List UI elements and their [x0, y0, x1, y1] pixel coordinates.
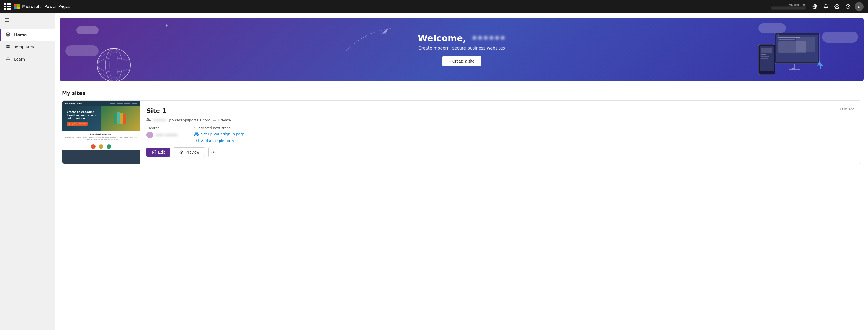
- paper-plane-trail: [341, 26, 397, 60]
- svg-point-3: [836, 6, 838, 7]
- notifications-btn[interactable]: [822, 2, 830, 11]
- thumb-footer-icons: [62, 143, 140, 151]
- thumb-icon-2: [99, 144, 103, 149]
- svg-rect-36: [761, 58, 768, 59]
- svg-marker-21: [380, 28, 389, 34]
- learn-icon: [5, 57, 11, 62]
- step-form[interactable]: Add a simple form: [194, 138, 245, 143]
- preview-label: Preview: [186, 150, 199, 154]
- svg-rect-11: [6, 47, 8, 48]
- tech-devices: [753, 28, 830, 81]
- site-url-domain: .powerappsportals.com: [168, 118, 210, 122]
- sparkle-3: ✦: [792, 66, 794, 70]
- site-info: 33 m ago Site 1 •••••• .powerappsportals…: [140, 101, 861, 164]
- thumb-nav-links: [110, 103, 137, 104]
- environment-icon: [812, 4, 817, 9]
- thumb-headline: Create an engaging headline, welcome, or…: [67, 111, 101, 120]
- step-signin-label: Set up your sign in page: [201, 132, 245, 136]
- suggested-steps-col: Suggested next steps Set up your sign in…: [194, 126, 245, 143]
- svg-rect-24: [776, 35, 818, 62]
- svg-rect-40: [120, 112, 123, 124]
- suggested-steps-label: Suggested next steps: [194, 126, 245, 130]
- creator-name: •••• ••••••: [155, 133, 178, 137]
- home-icon: [5, 32, 11, 38]
- site-actions: Edit Preview •••: [147, 147, 855, 157]
- environment-selector[interactable]: Environment ••••••••••••••••••: [771, 3, 806, 10]
- svg-rect-23: [775, 33, 819, 64]
- more-icon: •••: [211, 150, 216, 155]
- user-avatar[interactable]: U: [855, 2, 864, 11]
- sparkle-1: ✦: [776, 32, 780, 38]
- thumb-books-icon: [112, 110, 129, 127]
- creator-col: Creator •••• ••••••: [147, 126, 178, 143]
- app-body: Home Templates Learn: [0, 13, 868, 330]
- waffle-menu[interactable]: [4, 3, 11, 10]
- help-icon: [845, 4, 850, 9]
- svg-rect-41: [123, 114, 126, 124]
- svg-rect-34: [761, 54, 766, 55]
- app-name: Microsoft: [22, 4, 41, 9]
- hero-subtitle: Create modern, secure business websites: [418, 46, 505, 51]
- microsoft-logo: [14, 4, 20, 9]
- sidebar-home-label: Home: [14, 33, 27, 37]
- svg-point-17: [97, 58, 130, 72]
- topbar: Microsoft Power Pages Environment ••••••…: [0, 0, 868, 13]
- site-timestamp: 33 m ago: [839, 107, 855, 111]
- thumb-company-name: Company name: [65, 102, 82, 105]
- svg-point-48: [181, 152, 182, 153]
- gear-icon: [835, 4, 839, 9]
- settings-btn[interactable]: [833, 2, 841, 11]
- cloud-right-mid: [822, 32, 858, 43]
- sidebar-templates-label: Templates: [14, 45, 34, 49]
- create-site-button[interactable]: + Create a site: [442, 56, 481, 66]
- sidebar-learn-label: Learn: [14, 57, 25, 61]
- sidebar-item-templates[interactable]: Templates: [0, 41, 55, 53]
- site-name: Site 1: [147, 107, 855, 114]
- thumb-icon-1: [91, 144, 95, 149]
- svg-rect-33: [761, 47, 772, 53]
- thumb-hero: Create an engaging headline, welcome, or…: [62, 106, 140, 131]
- svg-rect-39: [117, 112, 120, 124]
- more-options-button[interactable]: •••: [209, 147, 218, 157]
- site-url-row: •••••• .powerappsportals.com — Private: [147, 118, 855, 123]
- thumb-icon-3: [106, 144, 111, 149]
- environment-label: Environment: [788, 3, 806, 6]
- svg-marker-22: [380, 28, 390, 35]
- creator-label: Creator: [147, 126, 178, 130]
- svg-rect-27: [778, 41, 806, 53]
- preview-button[interactable]: Preview: [174, 147, 205, 157]
- environment-icon-btn[interactable]: [810, 2, 819, 11]
- svg-rect-10: [8, 45, 10, 46]
- edit-button[interactable]: Edit: [147, 148, 170, 157]
- step-signin[interactable]: Set up your sign in page: [194, 132, 245, 136]
- main-content: ✦ ✦ ✦: [55, 13, 868, 330]
- svg-point-18: [97, 53, 130, 77]
- globe-svg: [96, 47, 132, 81]
- bell-icon: [824, 4, 828, 9]
- environment-name: ••••••••••••••••••: [771, 6, 806, 10]
- my-sites-section: My sites Company name Cr: [55, 86, 868, 168]
- svg-point-13: [97, 48, 130, 81]
- svg-rect-32: [760, 46, 774, 71]
- hero-username: ••••••: [471, 33, 505, 43]
- svg-rect-29: [794, 64, 795, 69]
- globe-container: [96, 47, 132, 81]
- svg-point-15: [110, 48, 118, 81]
- form-icon: [194, 138, 199, 143]
- svg-rect-9: [6, 45, 8, 46]
- sparkle-2: ✦: [165, 23, 168, 28]
- sidebar-item-learn[interactable]: Learn: [0, 53, 55, 65]
- hamburger-icon: [4, 17, 10, 23]
- thumb-intro-title: Introduction section: [64, 133, 137, 136]
- devices-svg: [753, 28, 830, 80]
- sidebar: Home Templates Learn: [0, 13, 55, 330]
- svg-marker-37: [817, 61, 824, 69]
- svg-rect-38: [114, 113, 116, 124]
- help-btn[interactable]: [844, 2, 852, 11]
- sidebar-item-home[interactable]: Home: [0, 29, 55, 41]
- svg-rect-30: [789, 69, 800, 70]
- sidebar-toggle[interactable]: [0, 13, 55, 28]
- edit-label: Edit: [158, 150, 165, 154]
- paper-plane-svg: [341, 26, 397, 59]
- hero-welcome-text: Welcome,: [418, 33, 466, 43]
